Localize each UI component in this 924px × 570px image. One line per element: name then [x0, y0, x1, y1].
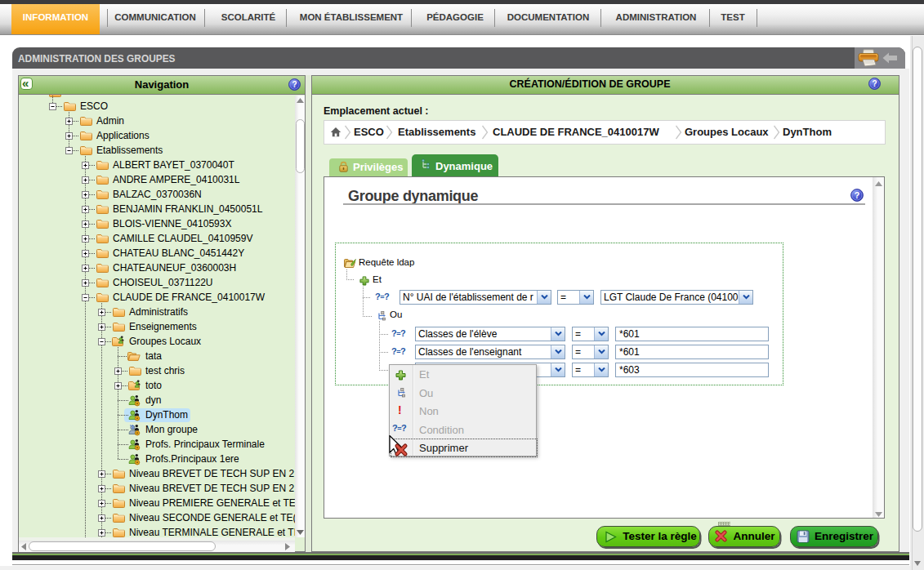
svg-text:?: ?: [292, 80, 297, 89]
svg-text:?: ?: [872, 79, 877, 88]
svg-text:?: ?: [855, 190, 860, 200]
